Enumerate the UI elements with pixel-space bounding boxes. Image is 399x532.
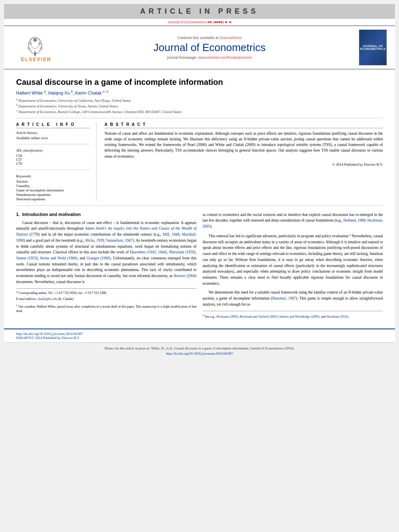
- footnotes-right: 2 See e.g., Heckman (2005), Heckman and …: [203, 311, 383, 319]
- section1-heading: 1. Introduction and motivation: [16, 212, 197, 217]
- citation-bar: Please cite this article in press as: Wh…: [4, 342, 395, 359]
- fn-1: 1 Our coauthor, Halbert White, passed aw…: [16, 303, 197, 314]
- homepage-url[interactable]: www.elsevier.com/locate/jeconom: [198, 55, 252, 60]
- footnotes-left: * Corresponding author. Tel.: +1 617 552…: [16, 288, 197, 314]
- page: ARTICLE IN PRESS Journal of Econometrics…: [4, 4, 395, 359]
- ref-simon[interactable]: Simon (1953): [16, 256, 38, 260]
- ref-harsanyi[interactable]: Harsányi, 1967: [272, 296, 296, 300]
- jel-c30: C30: [16, 154, 90, 158]
- fn-corresponding: * Corresponding author. Tel.: +1 617 552…: [16, 291, 197, 296]
- keyword-simult: Simultaneous equations: [16, 193, 90, 197]
- keyword-game: Game of incomplete information: [16, 188, 90, 192]
- svg-point-8: [34, 53, 36, 55]
- article-title: Causal discourse in a game of incomplete…: [16, 78, 383, 87]
- journal-homepage: journal homepage: www.elsevier.com/locat…: [60, 55, 359, 60]
- col-left: 1. Introduction and motivation Causal di…: [16, 212, 197, 320]
- abstract-title: A B S T R A C T: [105, 122, 383, 128]
- doi-section: http://dx.doi.org/10.1016/j.jeconom.2014…: [4, 329, 395, 342]
- contents-text: Contents lists available at ScienceDirec…: [60, 36, 359, 40]
- para-2: so central to economics and the social s…: [203, 212, 383, 230]
- para-3: This renewal has led to significant adva…: [203, 233, 383, 287]
- info-abstract-cols: A R T I C L E I N F O Article history: A…: [16, 122, 383, 201]
- journal-ref-text: Journal of Econometrics ■■ (■■■■) ■–■: [168, 20, 232, 24]
- keywords-label: Keywords:: [16, 174, 90, 178]
- svg-point-6: [28, 47, 30, 49]
- ref-hicks[interactable]: Hicks, 1939: [85, 238, 104, 242]
- fn-2: 2 See e.g., Heckman (2005), Heckman and …: [203, 313, 383, 319]
- abstract-text: Notions of cause and effect are fundamen…: [105, 131, 383, 159]
- ref-imbens[interactable]: Imbens and Wooldridge (2009): [279, 314, 319, 318]
- abstract-section: A B S T R A C T Notions of cause and eff…: [105, 122, 383, 201]
- ref-marschak[interactable]: Marschak (1950): [169, 250, 195, 254]
- divider-info-1: [16, 144, 90, 144]
- col-right: so central to economics and the social s…: [203, 212, 383, 320]
- citation-doi-link[interactable]: http://dx.doi.org/10.1016/j.jeconom.2014…: [166, 351, 233, 355]
- elsevier-brand: ELSEVIER: [21, 57, 51, 62]
- journal-title: Journal of Econometrics: [60, 41, 359, 54]
- author-xu: Haiqing Xu: [48, 90, 70, 95]
- doi-link[interactable]: http://dx.doi.org/10.1016/j.jeconom.2014…: [16, 332, 83, 336]
- article-info: A R T I C L E I N F O Article history: A…: [16, 122, 97, 201]
- elsevier-tree-icon: [20, 33, 52, 57]
- divider-2: [16, 205, 383, 206]
- aip-banner: ARTICLE IN PRESS: [4, 4, 395, 19]
- keyword-auction: Auction: [16, 179, 90, 183]
- ref-heckman2010[interactable]: Heckman (2010): [327, 314, 348, 318]
- fn-email-link[interactable]: chalak@bc.edu: [37, 297, 57, 301]
- jel-c57: C57: [16, 158, 90, 162]
- history-label: Article history:: [16, 131, 90, 135]
- issn-text: 0304-4076/© 2014 Published by Elsevier B…: [16, 336, 80, 340]
- divider-1: [16, 118, 383, 118]
- citation-text: Please cite this article in press as: Wh…: [105, 346, 294, 350]
- svg-point-4: [29, 43, 32, 45]
- available-online: Available online xxxx: [16, 136, 90, 140]
- authors: Halbert White a, Haiqing Xu b, Karim Cha…: [16, 90, 383, 95]
- author-white: Halbert White: [16, 90, 43, 95]
- divider-info-2: [16, 170, 90, 170]
- ref-heckman2005b[interactable]: Heckman (2005): [216, 314, 238, 318]
- ref-holland[interactable]: Holland, 1986: [343, 218, 365, 222]
- elsevier-logo: ELSEVIER: [12, 33, 60, 62]
- author-chalak: Karim Chalak: [75, 90, 102, 95]
- svg-point-3: [33, 38, 37, 42]
- ref-haavelmo[interactable]: Haavelmo (1943, 1944): [130, 250, 167, 254]
- banner-text: ARTICLE IN PRESS: [140, 7, 259, 15]
- ref-samuelson[interactable]: Samuelson, 1947: [106, 238, 133, 242]
- affiliation-b: b Department of Economics, University of…: [16, 103, 383, 108]
- ref-hoover[interactable]: Hoover (2004): [174, 274, 197, 278]
- article-info-title: A R T I C L E I N F O: [16, 122, 90, 128]
- ref-mill[interactable]: Mill, 1848: [163, 232, 179, 236]
- jel-label: JEL classification:: [16, 148, 90, 152]
- fn-email: E-mail address: chalak@bc.edu (K. Chalak…: [16, 297, 197, 302]
- body-columns: 1. Introduction and motivation Causal di…: [16, 212, 383, 320]
- header-middle: Contents lists available at ScienceDirec…: [60, 36, 359, 60]
- ref-heckman-vytlacil[interactable]: Heckman and Vytlacil (2005): [240, 314, 278, 318]
- affiliation-a: a Department of Economics, University of…: [16, 98, 383, 103]
- affiliation-c: c Department of Economics, Boston Colleg…: [16, 109, 383, 114]
- keyword-structural: Structural equations: [16, 197, 90, 201]
- journal-ref: Journal of Econometrics ■■ (■■■■) ■–■: [4, 19, 395, 26]
- ref-strotz[interactable]: Strotz and Wold (1960): [40, 256, 78, 260]
- svg-point-5: [39, 43, 41, 45]
- keyword-causality: Causality: [16, 184, 90, 188]
- journal-cover: JOURNAL OF ECONOMETRICS: [359, 29, 387, 66]
- para-4: We demonstrate this need for a suitable …: [203, 290, 383, 307]
- sciencedirect-link[interactable]: ScienceDirect: [220, 36, 242, 40]
- para-1: Causal discourse – that is, discussion o…: [16, 220, 197, 285]
- copyright: © 2014 Published by Elsevier B.V.: [105, 162, 383, 166]
- ref-granger[interactable]: Granger (1969): [86, 256, 111, 260]
- svg-point-7: [40, 47, 43, 49]
- main-content: Causal discourse in a game of incomplete…: [4, 70, 395, 325]
- jel-c70: C70: [16, 162, 90, 166]
- header-section: ELSEVIER Contents lists available at Sci…: [4, 26, 395, 70]
